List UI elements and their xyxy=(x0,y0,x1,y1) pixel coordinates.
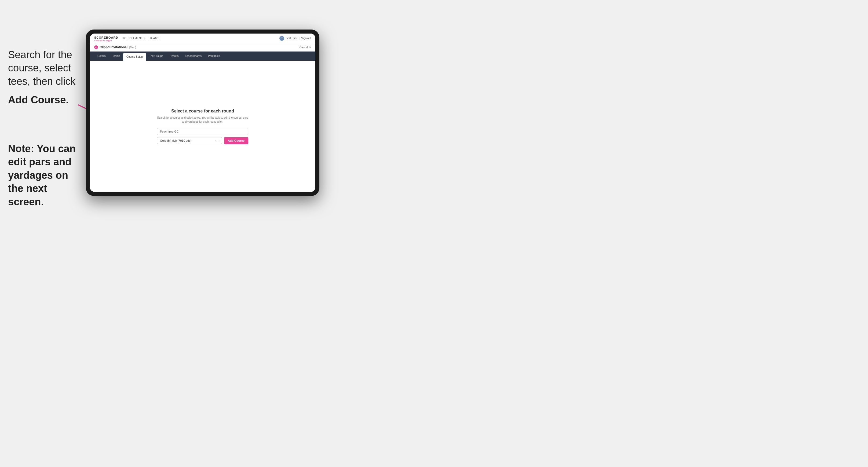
annotation-area: Search for the course, select tees, then… xyxy=(8,48,83,112)
separator: | xyxy=(299,37,300,40)
tournament-title: Clippd Invitational xyxy=(100,45,127,49)
tournament-header: C Clippd Invitational (Men) Cancel ✕ xyxy=(90,43,315,52)
tab-leaderboards[interactable]: Leaderboards xyxy=(182,52,205,61)
logo-sub: Powered by clippd xyxy=(94,40,118,41)
user-name: Test User xyxy=(286,37,297,40)
tournament-icon: C xyxy=(94,45,98,49)
tournament-gender: (Men) xyxy=(129,46,136,49)
main-nav: TOURNAMENTS TEAMS xyxy=(122,37,159,40)
cancel-button[interactable]: Cancel ✕ xyxy=(300,46,311,49)
tab-details[interactable]: Details xyxy=(94,52,109,61)
tee-select-value: Gold (M) (M) (7010 yds) xyxy=(160,139,191,142)
note-text: Note: You can edit pars and yardages on … xyxy=(8,142,83,209)
course-setup-card: Select a course for each round Search fo… xyxy=(157,109,248,144)
course-search-input[interactable] xyxy=(157,128,248,135)
tournament-name-area: C Clippd Invitational (Men) xyxy=(94,45,136,49)
card-description: Search for a course and select a tee. Yo… xyxy=(157,116,248,124)
tab-results[interactable]: Results xyxy=(166,52,182,61)
instruction-bold: Add Course. xyxy=(8,93,83,106)
tabs-bar: Details Teams Course Setup Tee Groups Re… xyxy=(90,52,315,61)
tab-printables[interactable]: Printables xyxy=(205,52,223,61)
tee-select-wrapper[interactable]: Gold (M) (M) (7010 yds) × ⌄ xyxy=(157,137,222,144)
tablet-screen: SCOREBOARD Powered by clippd TOURNAMENTS… xyxy=(90,34,315,192)
user-avatar: T xyxy=(279,36,284,41)
user-area: T Test User | Sign out xyxy=(279,36,311,41)
logo-text: SCOREBOARD xyxy=(94,36,118,39)
top-nav: SCOREBOARD Powered by clippd TOURNAMENTS… xyxy=(90,34,315,43)
chevron-down-icon: ⌄ xyxy=(218,139,220,142)
note-area: Note: You can edit pars and yardages on … xyxy=(8,142,83,209)
add-course-button[interactable]: Add Course xyxy=(224,137,248,144)
tab-tee-groups[interactable]: Tee Groups xyxy=(146,52,166,61)
tee-select-row: Gold (M) (M) (7010 yds) × ⌄ Add Course xyxy=(157,137,248,144)
sign-out-link[interactable]: Sign out xyxy=(301,37,311,40)
card-title: Select a course for each round xyxy=(157,109,248,114)
tab-course-setup[interactable]: Course Setup xyxy=(123,53,146,61)
instruction-text: Search for the course, select tees, then… xyxy=(8,48,83,88)
close-icon: ✕ xyxy=(309,46,311,49)
tablet-device: SCOREBOARD Powered by clippd TOURNAMENTS… xyxy=(86,30,319,196)
main-content: Select a course for each round Search fo… xyxy=(90,61,315,192)
tee-clear-icon[interactable]: × xyxy=(215,139,217,143)
tab-teams[interactable]: Teams xyxy=(109,52,123,61)
nav-tournaments[interactable]: TOURNAMENTS xyxy=(122,37,145,40)
nav-teams[interactable]: TEAMS xyxy=(150,37,159,40)
logo-area: SCOREBOARD Powered by clippd TOURNAMENTS… xyxy=(94,35,159,41)
